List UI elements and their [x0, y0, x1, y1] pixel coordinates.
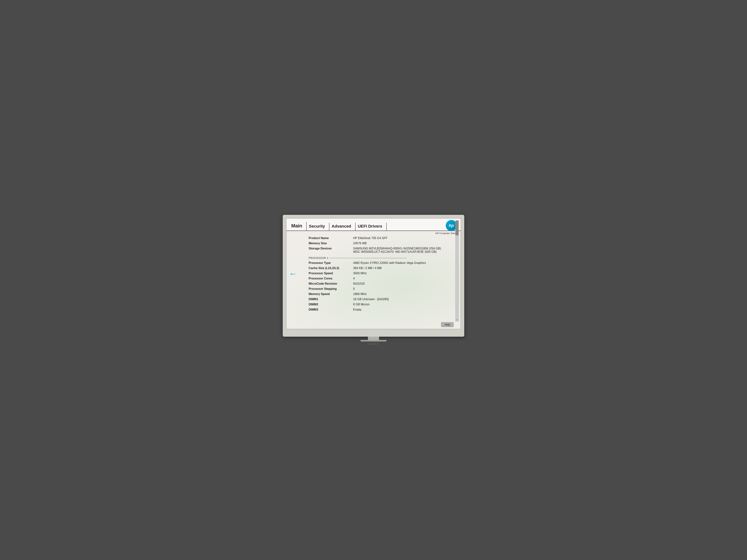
processor-row-6: Memory Speed1866 MHz [309, 292, 449, 296]
processor-row-value-0: AMD Ryzen 3 PRO 2200G with Radeon Vega G… [353, 261, 426, 265]
processor-row-value-3: 4 [353, 277, 355, 280]
processor-row-label-8: DIMM2 [309, 303, 353, 306]
processor-section-header: PROCESSOR 1 ----------------------------… [309, 257, 449, 260]
processor-row-label-7: DIMM1 [309, 298, 353, 301]
processor-row-value-4: 8101016 [353, 282, 365, 285]
processor-row-label-9: DIMM3 [309, 308, 353, 311]
product-name-label: Product Name [309, 237, 353, 240]
storage-device-2: WDC WD5000LUCT-61C26Y0- WD-WX71A15PJR3E … [353, 250, 441, 254]
processor-row-value-6: 1866 MHz [353, 292, 367, 296]
processor-row-8: DIMM28 GB Micron [309, 303, 449, 306]
tab-main[interactable]: Main [290, 222, 307, 231]
scrollbar-thumb[interactable] [456, 220, 459, 235]
tab-advanced[interactable]: Advanced [330, 223, 356, 231]
processor-row-value-2: 3500 MHz [353, 272, 367, 275]
processor-row-7: DIMM116 GB Unknown - [0x0285] [309, 298, 449, 301]
storage-devices-row: Storage Devices SAMSUNG MZVLB256HAHQ-000… [309, 247, 449, 254]
memory-size-label: Memory Size [309, 242, 353, 245]
processor-row-2: Processor Speed3500 MHz [309, 272, 449, 275]
processor-row-4: MicroCode Revision8101016 [309, 282, 449, 285]
processor-rows: Processor TypeAMD Ryzen 3 PRO 2200G with… [309, 261, 449, 311]
tab-security[interactable]: Security [307, 223, 329, 231]
processor-row-label-5: Processor Stepping [309, 287, 353, 291]
processor-row-label-3: Processor Cores [309, 277, 353, 280]
content-area: Product Name HP EliteDesk 705 G4 SFF Mem… [286, 231, 461, 319]
processor-row-1: Cache Size (L1/L2/L3)384 KB / 2 MB / 4 M… [309, 266, 449, 270]
storage-device-1: SAMSUNG MZVLB256HAHQ-000H1-S425NE1M53180… [353, 247, 441, 250]
monitor-stand [368, 337, 379, 340]
processor-row-value-5: 0 [353, 287, 355, 291]
storage-devices-values: SAMSUNG MZVLB256HAHQ-000H1-S425NE1M53180… [353, 247, 441, 254]
monitor-base [361, 340, 386, 342]
processor-row-label-6: Memory Speed [309, 292, 353, 296]
monitor-brand: SANYO [368, 343, 379, 345]
memory-size-value: 24576 MB [353, 242, 367, 245]
memory-size-row: Memory Size 24576 MB [309, 242, 449, 245]
processor-row-0: Processor TypeAMD Ryzen 3 PRO 2200G with… [309, 261, 449, 265]
processor-row-value-1: 384 KB / 2 MB / 4 MB [353, 266, 382, 270]
processor-row-label-2: Processor Speed [309, 272, 353, 275]
storage-devices-label: Storage Devices [309, 247, 353, 250]
processor-row-9: DIMM3Empty [309, 308, 449, 311]
product-name-row: Product Name HP EliteDesk 705 G4 SFF [309, 237, 449, 240]
processor-row-label-0: Processor Type [309, 261, 353, 265]
processor-row-5: Processor Stepping0 [309, 287, 449, 291]
processor-row-value-9: Empty [353, 308, 361, 311]
help-button[interactable]: Help [441, 322, 454, 327]
tab-uefi-drivers[interactable]: UEFI Drivers [356, 223, 387, 231]
product-name-value: HP EliteDesk 705 G4 SFF [353, 237, 388, 240]
processor-row-label-1: Cache Size (L1/L2/L3) [309, 266, 353, 270]
processor-row-value-8: 8 GB Micron [353, 303, 369, 306]
processor-row-value-7: 16 GB Unknown - [0x0285] [353, 298, 389, 301]
hp-logo: hp [446, 220, 457, 231]
processor-row-label-4: MicroCode Revision [309, 282, 353, 285]
nav-bar: Main Security Advanced UEFI Drivers hp H… [286, 218, 461, 231]
scrollbar[interactable] [455, 220, 459, 321]
processor-row-3: Processor Cores4 [309, 277, 449, 280]
scroll-down-button[interactable]: ⌄ [456, 317, 459, 321]
